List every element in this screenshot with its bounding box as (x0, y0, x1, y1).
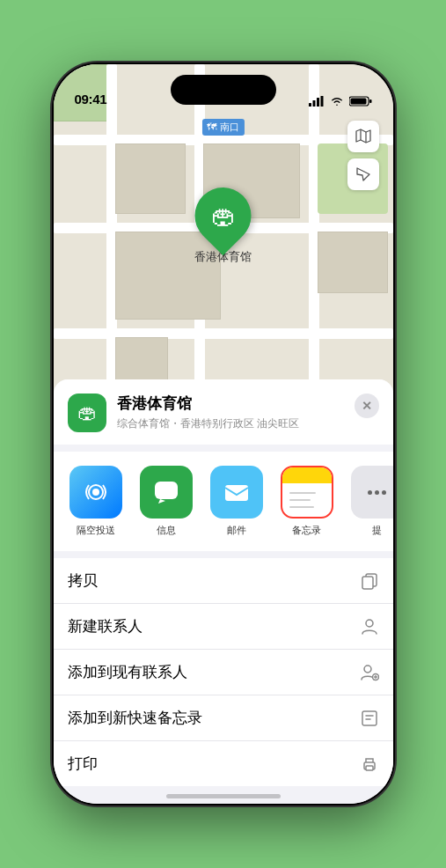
share-item-notes[interactable]: 备忘录 (275, 466, 339, 537)
home-indicator (166, 794, 281, 798)
quick-note-icon (360, 709, 379, 728)
more-label: 提 (372, 524, 382, 537)
svg-rect-18 (366, 766, 373, 770)
pin-circle: 🏟 (183, 176, 263, 256)
map-area: 🗺 南口 🏟 香港体育馆 (54, 64, 393, 434)
location-subtitle: 综合体育馆・香港特别行政区 油尖旺区 (117, 416, 344, 431)
more-dots (368, 490, 386, 495)
location-arrow-icon (355, 166, 371, 182)
action-copy-label: 拷贝 (68, 570, 98, 591)
svg-rect-3 (320, 96, 323, 107)
airdrop-icon (69, 466, 122, 519)
venue-icon: 🏟 (68, 394, 106, 432)
print-icon (360, 754, 379, 774)
more-icon (351, 466, 393, 519)
action-list: 拷贝 新建联系人 添加到现有联系人 (54, 558, 393, 786)
mail-svg (222, 477, 252, 507)
svg-point-13 (366, 620, 373, 627)
svg-rect-5 (369, 99, 372, 103)
svg-point-14 (364, 666, 371, 673)
share-item-mail[interactable]: 邮件 (205, 466, 268, 537)
action-new-contact[interactable]: 新建联系人 (54, 604, 393, 650)
airdrop-svg (82, 478, 110, 506)
battery-icon (349, 96, 372, 107)
svg-rect-10 (225, 485, 248, 501)
add-contact-icon (360, 663, 379, 682)
share-item-message[interactable]: 信息 (135, 466, 198, 537)
signal-icon (309, 96, 325, 107)
svg-rect-0 (309, 103, 311, 107)
new-contact-icon (360, 617, 379, 636)
close-icon: ✕ (362, 399, 372, 413)
svg-rect-12 (362, 577, 373, 589)
location-header: 🏟 香港体育馆 综合体育馆・香港特别行政区 油尖旺区 ✕ (54, 379, 393, 445)
message-label: 信息 (157, 524, 176, 537)
action-print-label: 打印 (68, 754, 98, 774)
map-controls (347, 121, 379, 190)
share-row: 隔空投送 信息 (54, 452, 393, 551)
status-time: 09:41 (75, 92, 107, 107)
svg-rect-6 (350, 99, 366, 105)
map-label-text: 🗺 南口 (207, 121, 238, 132)
close-button[interactable]: ✕ (355, 394, 379, 418)
bottom-sheet: 🏟 香港体育馆 综合体育馆・香港特别行政区 油尖旺区 ✕ (54, 379, 393, 804)
action-print[interactable]: 打印 (54, 741, 393, 786)
phone-screen: 09:41 (54, 64, 393, 804)
svg-rect-9 (155, 482, 178, 499)
dynamic-island (171, 75, 276, 105)
map-type-button[interactable] (347, 121, 379, 152)
status-icons (309, 96, 372, 107)
svg-rect-16 (362, 711, 377, 725)
location-name: 香港体育馆 (117, 394, 344, 414)
share-item-more[interactable]: 提 (346, 466, 393, 537)
map-label: 🗺 南口 (201, 119, 244, 136)
action-add-contact-label: 添加到现有联系人 (68, 662, 187, 682)
action-new-contact-label: 新建联系人 (68, 616, 143, 636)
action-copy[interactable]: 拷贝 (54, 558, 393, 604)
location-button[interactable] (347, 158, 379, 190)
notes-label: 备忘录 (292, 524, 321, 537)
stadium-icon: 🏟 (211, 202, 236, 231)
copy-icon (360, 571, 379, 591)
message-svg (151, 477, 181, 507)
location-info: 香港体育馆 综合体育馆・香港特别行政区 油尖旺区 (117, 394, 344, 431)
action-quick-note[interactable]: 添加到新快速备忘录 (54, 695, 393, 741)
share-item-airdrop[interactable]: 隔空投送 (64, 466, 128, 537)
notes-icon (281, 466, 333, 519)
mail-icon (210, 466, 263, 519)
svg-point-8 (92, 489, 99, 496)
action-add-contact[interactable]: 添加到现有联系人 (54, 650, 393, 695)
mail-label: 邮件 (227, 524, 246, 537)
message-icon (140, 466, 193, 519)
action-quick-note-label: 添加到新快速备忘录 (68, 708, 202, 728)
phone-frame: 09:41 (52, 63, 395, 805)
svg-rect-1 (312, 100, 315, 107)
wifi-icon (330, 96, 344, 107)
map-type-icon (355, 128, 372, 145)
map-pin: 🏟 香港体育馆 (194, 188, 252, 265)
svg-rect-2 (317, 98, 319, 107)
airdrop-label: 隔空投送 (77, 524, 115, 537)
